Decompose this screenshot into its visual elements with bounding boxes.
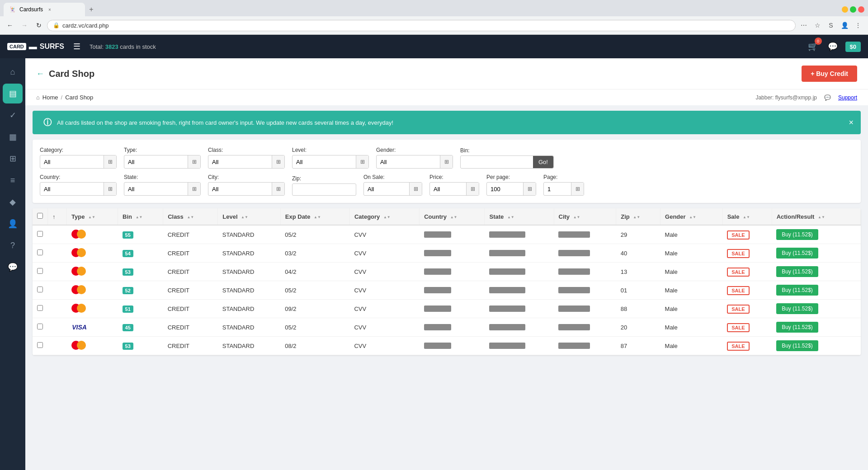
maximize-button[interactable] xyxy=(850,6,856,13)
class-input-wrap: ⊞ xyxy=(208,155,285,169)
level-picker-button[interactable]: ⊞ xyxy=(356,155,368,168)
header-level[interactable]: Level ▲▼ xyxy=(218,208,281,225)
hamburger-menu-button[interactable]: ☰ xyxy=(71,40,82,53)
sale-badge: SALE xyxy=(727,342,749,351)
state-redacted xyxy=(489,343,525,349)
mastercard-logo xyxy=(71,248,86,257)
row-checkbox-5[interactable] xyxy=(37,324,43,329)
class-input[interactable] xyxy=(208,156,272,168)
messages-button[interactable]: 💬 xyxy=(826,39,840,54)
buy-card-button[interactable]: Buy (11.52$) xyxy=(776,340,818,351)
tab-close-button[interactable]: × xyxy=(47,6,53,13)
type-picker-button[interactable]: ⊞ xyxy=(188,155,200,168)
per-page-picker-button[interactable]: ⊞ xyxy=(523,183,536,195)
browser-tab-active[interactable]: 🃏 Cardsurfs × xyxy=(4,3,85,16)
page-input[interactable] xyxy=(544,183,571,195)
back-button[interactable]: ← xyxy=(36,69,44,79)
header-class[interactable]: Class ▲▼ xyxy=(163,208,218,225)
buy-credit-button[interactable]: + Buy Credit xyxy=(802,66,857,82)
close-window-button[interactable] xyxy=(858,6,864,13)
table-header-row: ↑ Type ▲▼ Bin ▲▼ Class ▲▼ Level ▲▼ Exp D… xyxy=(33,208,861,225)
sidebar-item-list[interactable]: ≡ xyxy=(3,170,23,190)
sidebar-item-help[interactable]: ? xyxy=(3,235,23,255)
home-breadcrumb-link[interactable]: Home xyxy=(42,94,58,101)
class-picker-button[interactable]: ⊞ xyxy=(272,155,284,168)
row-checkbox-2[interactable] xyxy=(37,268,43,274)
header-category[interactable]: Category ▲▼ xyxy=(349,208,419,225)
buy-card-button[interactable]: Buy (11.52$) xyxy=(776,229,818,240)
header-bin[interactable]: Bin ▲▼ xyxy=(118,208,163,225)
support-link[interactable]: Support xyxy=(838,94,857,101)
price-input[interactable] xyxy=(430,183,466,195)
new-tab-button[interactable]: + xyxy=(85,3,98,16)
on-sale-input[interactable] xyxy=(364,183,409,195)
per-page-input[interactable] xyxy=(487,183,523,195)
zip-input[interactable] xyxy=(292,184,356,195)
header-zip[interactable]: Zip ▲▼ xyxy=(616,208,660,225)
star-button[interactable]: ☆ xyxy=(811,19,824,32)
header-select-all[interactable] xyxy=(33,208,48,225)
header-state[interactable]: State ▲▼ xyxy=(485,208,554,225)
city-picker-button[interactable]: ⊞ xyxy=(272,183,284,195)
sidebar-item-window[interactable]: ⊞ xyxy=(3,149,23,169)
category-picker-button[interactable]: ⊞ xyxy=(104,155,116,168)
profile-button[interactable]: 👤 xyxy=(838,19,851,32)
header-action[interactable]: Action/Result ▲▼ xyxy=(772,208,860,225)
select-all-checkbox[interactable] xyxy=(37,213,43,219)
row-checkbox-6[interactable] xyxy=(37,342,43,348)
sidebar-item-user[interactable]: 👤 xyxy=(3,214,23,234)
buy-card-button[interactable]: Buy (11.52$) xyxy=(776,322,818,333)
country-picker-button[interactable]: ⊞ xyxy=(104,183,116,195)
bookmarks-button[interactable]: ⋯ xyxy=(797,19,810,32)
level-input[interactable] xyxy=(292,156,356,168)
row-checkbox-1[interactable] xyxy=(37,249,43,255)
header-country[interactable]: Country ▲▼ xyxy=(420,208,485,225)
menu-button[interactable]: ⋮ xyxy=(852,19,864,32)
back-nav-button[interactable]: ← xyxy=(4,19,16,32)
header-sale[interactable]: Sale ▲▼ xyxy=(722,208,772,225)
row-checkbox-4[interactable] xyxy=(37,305,43,311)
row-checkbox-3[interactable] xyxy=(37,287,43,292)
banner-close-button[interactable]: × xyxy=(849,118,854,127)
sidebar-item-home[interactable]: ⌂ xyxy=(3,62,23,82)
refresh-button[interactable]: ↻ xyxy=(33,19,45,32)
row-checkbox-0[interactable] xyxy=(37,231,43,237)
buy-card-button[interactable]: Buy (11.52$) xyxy=(776,248,818,258)
sidebar-item-chat[interactable]: 💬 xyxy=(3,257,23,277)
cell-country xyxy=(420,244,485,263)
state-picker-button[interactable]: ⊞ xyxy=(188,183,200,195)
bin-input[interactable] xyxy=(461,156,533,168)
price-picker-button[interactable]: ⊞ xyxy=(466,183,479,195)
city-input[interactable] xyxy=(208,183,272,195)
sale-badge: SALE xyxy=(727,249,749,258)
address-bar[interactable]: 🔒 cardz.vc/card.php xyxy=(47,20,796,31)
country-input[interactable] xyxy=(40,183,104,195)
header-gender[interactable]: Gender ▲▼ xyxy=(660,208,723,225)
cell-category: CVV xyxy=(349,337,419,355)
buy-card-button[interactable]: Buy (11.52$) xyxy=(776,266,818,277)
category-input[interactable] xyxy=(40,156,104,168)
cart-button[interactable]: 🛒 0 xyxy=(806,39,820,54)
go-button[interactable]: Go! xyxy=(533,156,553,168)
on-sale-picker-button[interactable]: ⊞ xyxy=(409,183,422,195)
header-exp-date[interactable]: Exp Date ▲▼ xyxy=(280,208,349,225)
gender-picker-button[interactable]: ⊞ xyxy=(440,155,453,168)
minimize-button[interactable] xyxy=(842,6,848,13)
header-sort-up[interactable]: ↑ xyxy=(48,208,67,225)
type-input[interactable] xyxy=(124,156,188,168)
buy-card-button[interactable]: Buy (11.52$) xyxy=(776,285,818,296)
sidebar-item-check[interactable]: ✓ xyxy=(3,105,23,125)
sidebar-item-grid[interactable]: ▦ xyxy=(3,127,23,147)
forward-nav-button[interactable]: → xyxy=(18,19,31,32)
balance-button[interactable]: $0 xyxy=(845,42,861,52)
page-picker-button[interactable]: ⊞ xyxy=(571,183,584,195)
gender-input[interactable] xyxy=(377,156,440,168)
state-input[interactable] xyxy=(124,183,188,195)
buy-card-button[interactable]: Buy (11.52$) xyxy=(776,303,818,314)
sidebar-item-cards[interactable]: ▤ xyxy=(3,84,23,103)
header-type[interactable]: Type ▲▼ xyxy=(67,208,118,225)
header-city[interactable]: City ▲▼ xyxy=(554,208,616,225)
cell-country xyxy=(420,337,485,355)
extensions-button[interactable]: S xyxy=(825,19,837,32)
sidebar-item-diamond[interactable]: ◆ xyxy=(3,192,23,212)
